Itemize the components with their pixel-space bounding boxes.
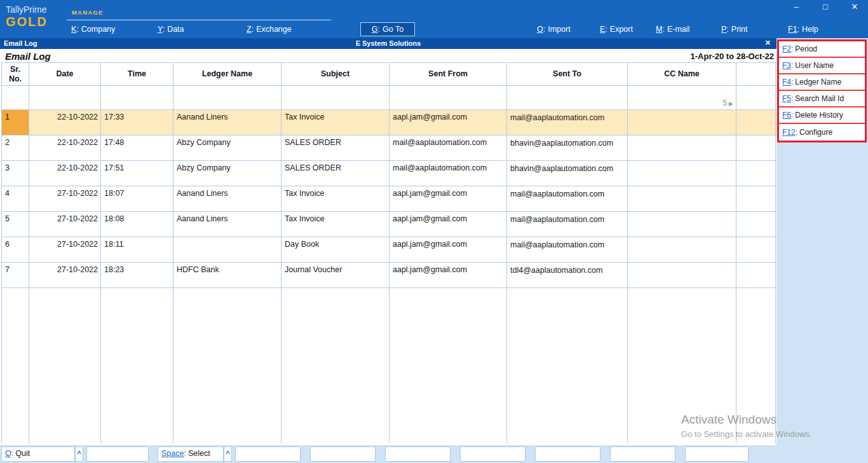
button-label: Configure bbox=[799, 128, 832, 137]
select-button[interactable]: Space:Select bbox=[158, 446, 224, 462]
empty-action-slot bbox=[235, 446, 301, 462]
scroll-right-icon[interactable]: ▶ bbox=[729, 100, 733, 107]
cell-ledger-name: Aanand Liners bbox=[173, 110, 281, 135]
cell-ledger-name: Aanand Liners bbox=[173, 212, 281, 237]
cell-time: 18:07 bbox=[101, 186, 173, 211]
button-label: Select bbox=[188, 449, 210, 458]
cell-sent-to: bhavin@aaplautomation.com bbox=[507, 161, 628, 186]
table-row[interactable]: 7 27-10-2022 18:23 HDFC Bank Journal Vou… bbox=[2, 263, 776, 288]
close-report-icon[interactable]: ✕ bbox=[765, 39, 771, 47]
cell-time: 17:33 bbox=[101, 110, 173, 135]
table-filler-row bbox=[2, 288, 776, 443]
separator: : bbox=[791, 111, 793, 120]
cell-sr-no: 5 bbox=[2, 212, 29, 237]
cell-subject: SALES ORDER bbox=[281, 161, 390, 186]
expand-caret-icon[interactable]: ^ bbox=[224, 446, 232, 462]
table-row[interactable]: 2 22-10-2022 17:48 Abzy Company SALES OR… bbox=[2, 135, 776, 161]
button-key: F12 bbox=[782, 128, 796, 137]
cell-empty bbox=[281, 288, 390, 443]
separator: : bbox=[791, 45, 793, 53]
menu-help[interactable]: F1:Help bbox=[788, 25, 818, 34]
menu-data[interactable]: Y:Data bbox=[158, 25, 184, 34]
menu-import-key: O bbox=[537, 25, 543, 34]
company-name: E System Solutions bbox=[0, 39, 776, 47]
cell-extra bbox=[736, 110, 776, 135]
header-cc-name: CC Name bbox=[628, 63, 736, 85]
empty-action-slot bbox=[685, 446, 749, 462]
cell-sent-from: aapl.jam@gmail.com bbox=[390, 237, 507, 262]
cell-cc-name: 5▶ bbox=[628, 86, 736, 109]
app-logo: TallyPrime GOLD bbox=[6, 4, 48, 29]
button-f12-configure[interactable]: F12:Configure bbox=[779, 124, 865, 141]
quit-button[interactable]: Q:Quit bbox=[1, 446, 75, 462]
header-extra bbox=[736, 63, 776, 85]
cell-empty bbox=[390, 288, 507, 443]
menu-help-label: Help bbox=[802, 25, 818, 34]
button-f6-delete-history[interactable]: F6:Delete History bbox=[779, 107, 865, 124]
cell-ledger-name: HDFC Bank bbox=[173, 263, 281, 287]
report-titlebar: E System Solutions Email Log ✕ bbox=[0, 38, 776, 49]
cell-extra bbox=[736, 212, 776, 237]
cell-empty bbox=[29, 288, 101, 443]
cell-sent-to: mail@aaplautomation.com bbox=[507, 186, 628, 211]
cell-time: 18:11 bbox=[101, 237, 173, 262]
cell-sent-to: bhavin@aaplautomation.com bbox=[507, 135, 628, 160]
menu-company[interactable]: K:Company bbox=[71, 25, 115, 34]
close-window-icon[interactable]: ✕ bbox=[845, 2, 864, 11]
cell-cc-name bbox=[628, 110, 736, 135]
menu-go-to-label: Go To bbox=[383, 25, 403, 34]
cell-sent-to: mail@aaplautomation.com bbox=[507, 110, 628, 135]
button-f4-ledger-name[interactable]: F4:Ledger Name bbox=[779, 74, 865, 91]
button-key: F3 bbox=[782, 61, 791, 70]
menu-go-to-key: G bbox=[372, 25, 378, 34]
cell-subject: Tax Invoice bbox=[281, 186, 390, 211]
minimize-icon[interactable]: – bbox=[787, 2, 806, 11]
row-count-indicator: 5▶ bbox=[722, 99, 733, 107]
empty-action-slot bbox=[86, 446, 149, 462]
button-key: Space bbox=[161, 449, 184, 458]
menu-exchange[interactable]: Z:Exchange bbox=[247, 25, 292, 34]
cell-empty bbox=[507, 86, 628, 109]
menu-import[interactable]: O:Import bbox=[537, 25, 571, 34]
menu-go-to[interactable]: G:Go To bbox=[360, 22, 415, 36]
button-f5-search-mail-id[interactable]: F5:Search Mail Id bbox=[779, 91, 865, 107]
button-f2-period[interactable]: F2:Period bbox=[779, 41, 865, 58]
cell-date: 22-10-2022 bbox=[29, 135, 101, 160]
menu-export-label: Export bbox=[610, 25, 633, 34]
header-subject: Subject bbox=[281, 63, 390, 85]
cell-cc-name bbox=[628, 186, 736, 211]
menu-import-label: Import bbox=[548, 25, 570, 34]
menu-email-key: M bbox=[656, 25, 662, 34]
button-f3-user-name[interactable]: F3:User Name bbox=[779, 58, 865, 74]
cell-cc-name bbox=[628, 161, 736, 186]
email-log-table: Sr. No. Date Time Ledger Name Subject Se… bbox=[1, 62, 776, 443]
expand-caret-icon[interactable]: ^ bbox=[75, 446, 83, 462]
highlight-annotation-box: F2:Period F3:User Name F4:Ledger Name F5… bbox=[777, 39, 867, 142]
button-label: Delete History bbox=[795, 111, 843, 120]
menu-print-label: Print bbox=[731, 25, 748, 34]
button-key: F2 bbox=[782, 45, 791, 53]
report-tab-label: Email Log bbox=[4, 39, 37, 47]
table-row[interactable]: 1 22-10-2022 17:33 Aanand Liners Tax Inv… bbox=[2, 110, 776, 135]
menu-print[interactable]: P:Print bbox=[721, 25, 748, 34]
cell-time: 18:08 bbox=[101, 212, 173, 237]
cell-cc-name bbox=[628, 237, 736, 262]
maximize-icon[interactable]: □ bbox=[816, 2, 835, 11]
table-row[interactable]: 6 27-10-2022 18:11 Day Book aapl.jam@gma… bbox=[2, 237, 776, 263]
separator: : bbox=[378, 25, 380, 34]
button-key: Q bbox=[5, 449, 11, 458]
separator: : bbox=[726, 25, 728, 34]
separator: : bbox=[791, 94, 793, 103]
separator: : bbox=[184, 449, 186, 458]
table-row[interactable]: 4 27-10-2022 18:07 Aanand Liners Tax Inv… bbox=[2, 186, 776, 212]
cell-date: 27-10-2022 bbox=[29, 212, 101, 237]
cell-cc-name bbox=[628, 212, 736, 237]
table-row[interactable]: 5 27-10-2022 18:08 Aanand Liners Tax Inv… bbox=[2, 212, 776, 237]
button-key: F5 bbox=[782, 94, 791, 103]
menu-email[interactable]: M:E-mail bbox=[656, 25, 689, 34]
cell-sr-no: 3 bbox=[2, 161, 29, 186]
menu-export[interactable]: E:Export bbox=[600, 25, 633, 34]
cell-sent-to: tdl4@aaplautomation.com bbox=[507, 263, 628, 287]
table-row[interactable]: 3 22-10-2022 17:51 Abzy Company SALES OR… bbox=[2, 161, 776, 186]
app-edition: GOLD bbox=[6, 15, 48, 29]
